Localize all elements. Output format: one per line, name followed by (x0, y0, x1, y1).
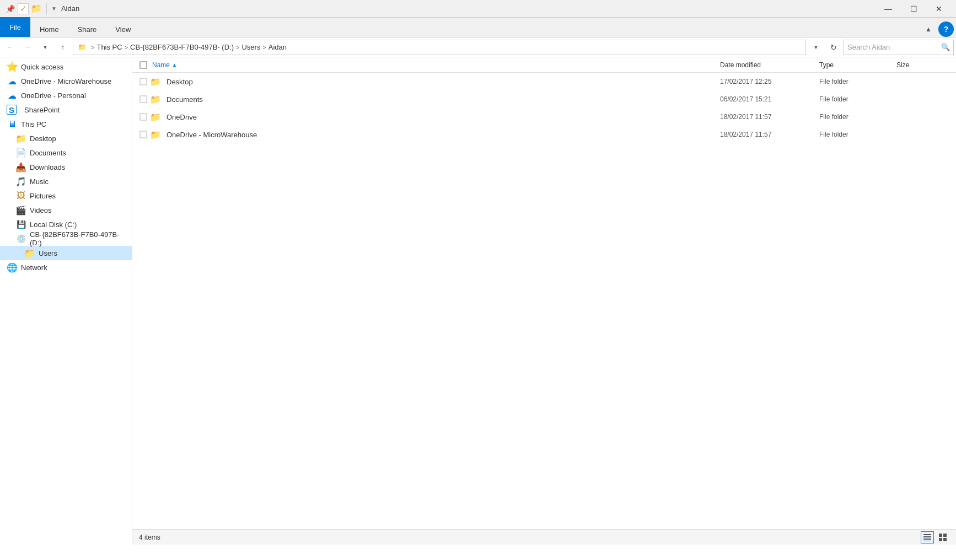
title-dropdown-arrow[interactable]: ▼ (51, 6, 57, 12)
svg-rect-11 (939, 538, 942, 541)
file-row-onedrive[interactable]: 📁 OneDrive 18/02/2017 11:57 File folder (132, 108, 956, 126)
file-row-documents[interactable]: 📁 Documents 06/02/2017 15:21 File folder (132, 90, 956, 108)
details-view-button[interactable] (921, 531, 934, 543)
search-icon: 🔍 (941, 43, 950, 51)
file-type-documents: File folder (819, 95, 896, 103)
back-button[interactable]: ← (2, 40, 18, 55)
address-path[interactable]: 📁 > This PC > CB-{82BF673B-F7B0-497B- (D… (73, 40, 806, 55)
row-checkbox-onedrive-micro[interactable] (137, 131, 150, 138)
svg-rect-4 (140, 131, 147, 138)
file-name-desktop: Desktop (167, 78, 720, 86)
file-name-onedrive-micro: OneDrive - MicroWarehouse (167, 131, 720, 139)
tab-share[interactable]: Share (68, 21, 106, 37)
path-aidan[interactable]: Aidan (268, 43, 287, 51)
file-list: 📁 Desktop 17/02/2017 12:25 File folder 📁… (132, 73, 956, 529)
column-size[interactable]: Size (896, 61, 952, 69)
cb-drive-icon: 💿 (15, 233, 26, 244)
column-date[interactable]: Date modified (720, 61, 819, 69)
sort-arrow-icon: ▲ (172, 62, 177, 68)
tab-home[interactable]: Home (30, 21, 68, 37)
file-date-desktop: 17/02/2017 12:25 (720, 78, 819, 85)
tab-view[interactable]: View (106, 21, 140, 37)
sidebar-item-pictures[interactable]: 🖼 Pictures (0, 189, 132, 203)
minimize-button[interactable]: — (876, 0, 901, 18)
sidebar-item-sharepoint[interactable]: S SharePoint (0, 103, 132, 117)
ribbon-right: ▲ ? (921, 21, 956, 37)
checkmark-icon: ✓ (18, 3, 29, 14)
sidebar-item-cb-drive[interactable]: 💿 CB-{82BF673B-F7B0-497B- (D:) (0, 231, 132, 246)
sidebar-item-this-pc[interactable]: 🖥 This PC (0, 117, 132, 131)
file-type-onedrive-micro: File folder (819, 131, 896, 138)
sidebar-item-local-disk[interactable]: 💾 Local Disk (C:) (0, 217, 132, 231)
search-box[interactable]: Search Aidan 🔍 (844, 40, 954, 55)
address-right: ▼ ↻ Search Aidan 🔍 (808, 40, 954, 55)
sidebar-item-documents[interactable]: 📄 Documents (0, 146, 132, 160)
content-area: Name ▲ Date modified Type Size 📁 (132, 57, 956, 545)
users-label: Users (39, 249, 57, 257)
svg-rect-5 (923, 534, 931, 535)
file-icon-onedrive: 📁 (150, 112, 163, 122)
path-dropdown-button[interactable]: ▼ (808, 40, 824, 55)
path-folder-icon: 📁 (78, 43, 87, 51)
svg-rect-10 (943, 534, 947, 537)
sidebar-item-videos[interactable]: 🎬 Videos (0, 203, 132, 217)
documents-label: Documents (30, 149, 66, 157)
recent-locations-button[interactable]: ▼ (37, 40, 53, 55)
row-checkbox-desktop[interactable] (137, 78, 150, 85)
help-button[interactable]: ? (938, 21, 954, 37)
sidebar-item-users[interactable]: 📁 Users (0, 246, 132, 260)
pictures-label: Pictures (30, 192, 56, 200)
sidebar-item-desktop[interactable]: 📁 Desktop (0, 131, 132, 146)
path-users[interactable]: Users (241, 43, 260, 51)
checkbox-icon (139, 61, 147, 69)
search-placeholder: Search Aidan (847, 43, 941, 51)
select-all-checkbox[interactable] (137, 61, 150, 69)
forward-button[interactable]: → (20, 40, 35, 55)
svg-rect-7 (923, 539, 931, 540)
checkbox-icon (139, 78, 147, 85)
sidebar-item-onedrive-personal[interactable]: ☁ OneDrive - Personal (0, 88, 132, 103)
file-name-onedrive: OneDrive (167, 113, 720, 121)
column-name[interactable]: Name ▲ (150, 61, 720, 69)
sidebar-item-onedrive-micro[interactable]: ☁ OneDrive - MicroWarehouse (0, 74, 132, 88)
up-button[interactable]: ↑ (55, 40, 71, 55)
file-row-desktop[interactable]: 📁 Desktop 17/02/2017 12:25 File folder (132, 73, 956, 90)
column-type[interactable]: Type (819, 61, 896, 69)
row-checkbox-onedrive[interactable] (137, 113, 150, 121)
svg-rect-8 (923, 541, 931, 541)
sidebar-item-quick-access[interactable]: ⭐ Quick access (0, 60, 132, 74)
desktop-label: Desktop (30, 134, 56, 143)
maximize-button[interactable]: ☐ (901, 0, 926, 18)
file-icon-onedrive-micro: 📁 (150, 130, 163, 140)
file-row-onedrive-micro[interactable]: 📁 OneDrive - MicroWarehouse 18/02/2017 1… (132, 126, 956, 143)
file-icon-documents: 📁 (150, 94, 163, 105)
large-icons-view-button[interactable] (936, 531, 949, 543)
pin-icon: 📌 (4, 3, 15, 14)
ribbon-tabs: File Home Share View ▲ ? (0, 18, 956, 37)
close-button[interactable]: ✕ (926, 0, 952, 18)
svg-rect-12 (943, 538, 947, 541)
file-date-documents: 06/02/2017 15:21 (720, 95, 819, 103)
pictures-icon: 🖼 (15, 190, 26, 201)
sidebar-item-network[interactable]: 🌐 Network (0, 260, 132, 274)
downloads-icon: 📥 (15, 161, 26, 173)
quick-access-label: Quick access (21, 63, 63, 71)
music-icon: 🎵 (15, 176, 26, 187)
refresh-button[interactable]: ↻ (826, 40, 841, 55)
quick-access-icon: ⭐ (7, 61, 18, 72)
sidebar-item-downloads[interactable]: 📥 Downloads (0, 160, 132, 174)
sidebar-item-music[interactable]: 🎵 Music (0, 174, 132, 189)
file-icon-desktop: 📁 (150, 77, 163, 87)
large-icons-view-icon (938, 533, 947, 542)
ribbon-collapse-button[interactable]: ▲ (921, 21, 936, 37)
file-type-desktop: File folder (819, 78, 896, 85)
svg-rect-3 (140, 114, 147, 120)
downloads-label: Downloads (30, 163, 65, 171)
row-checkbox-documents[interactable] (137, 95, 150, 103)
path-cb-drive[interactable]: CB-{82BF673B-F7B0-497B- (D:) (130, 43, 234, 51)
file-date-onedrive-micro: 18/02/2017 11:57 (720, 131, 819, 138)
sharepoint-label: SharePoint (24, 106, 60, 114)
tab-file[interactable]: File (0, 17, 30, 37)
checkbox-icon (139, 95, 147, 103)
path-this-pc[interactable]: This PC (96, 43, 122, 51)
